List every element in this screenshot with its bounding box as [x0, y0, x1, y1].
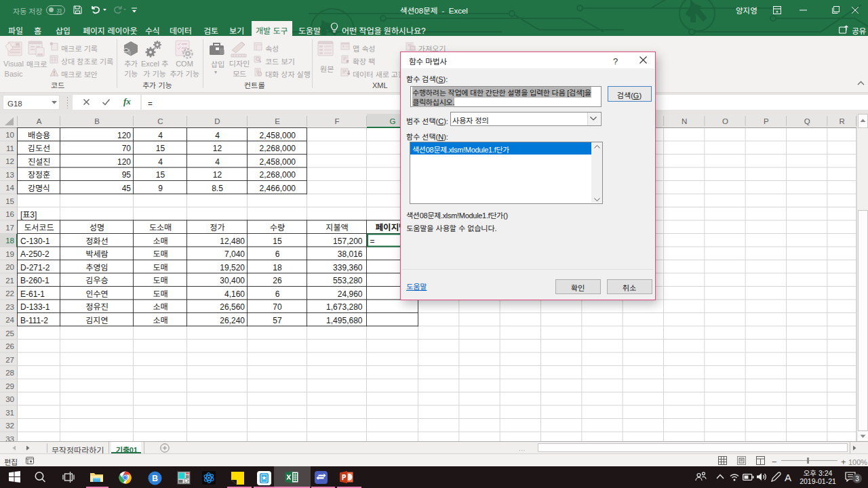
svg-text:20: 20: [5, 261, 14, 272]
svg-text:19,520: 19,520: [220, 261, 245, 272]
svg-text:25: 25: [5, 327, 14, 338]
svg-text:157,200: 157,200: [333, 235, 363, 246]
svg-text:4: 4: [158, 129, 163, 140]
svg-text:O: O: [722, 115, 728, 126]
svg-text:박세람: 박세람: [85, 247, 108, 259]
svg-text:10: 10: [5, 129, 14, 140]
svg-text:[표3]: [표3]: [20, 208, 37, 220]
svg-text:26,240: 26,240: [220, 314, 245, 325]
svg-text:정가: 정가: [210, 221, 224, 232]
svg-text:B: B: [94, 115, 100, 126]
svg-text:김지연: 김지연: [85, 314, 108, 325]
svg-text:정화선: 정화선: [85, 235, 108, 246]
svg-text:지불액: 지불액: [326, 221, 348, 232]
svg-text:진설진: 진설진: [28, 155, 50, 167]
svg-text:18: 18: [273, 261, 282, 272]
svg-text:19: 19: [5, 248, 14, 259]
svg-text:15: 15: [273, 235, 282, 246]
svg-text:4: 4: [215, 129, 220, 140]
svg-text:12: 12: [213, 142, 222, 153]
svg-text:45: 45: [122, 182, 132, 193]
svg-text:추영임: 추영임: [85, 261, 108, 272]
svg-text:A-250-2: A-250-2: [20, 247, 50, 259]
svg-text:12: 12: [5, 155, 14, 166]
svg-text:E-61-1: E-61-1: [20, 287, 45, 299]
svg-text:27: 27: [5, 354, 14, 365]
svg-text:339,360: 339,360: [333, 261, 363, 272]
svg-text:16: 16: [5, 208, 14, 219]
svg-text:N: N: [682, 115, 687, 126]
svg-text:장정훈: 장정훈: [28, 168, 50, 180]
svg-text:2,458,000: 2,458,000: [260, 129, 296, 140]
svg-text:수량: 수량: [270, 221, 285, 232]
svg-text:8.5: 8.5: [212, 182, 223, 193]
svg-text:P: P: [764, 115, 769, 126]
svg-text:강명식: 강명식: [28, 182, 50, 193]
svg-text:D: D: [214, 115, 220, 126]
svg-text:Q: Q: [804, 115, 810, 126]
svg-text:57: 57: [273, 314, 282, 325]
svg-text:소매: 소매: [153, 300, 167, 312]
svg-text:도매: 도매: [153, 274, 167, 285]
svg-text:6: 6: [275, 287, 280, 299]
svg-text:31: 31: [5, 407, 14, 418]
svg-text:7,040: 7,040: [224, 247, 245, 259]
svg-text:32: 32: [5, 420, 14, 430]
svg-text:4,160: 4,160: [224, 287, 245, 299]
svg-text:B-111-2: B-111-2: [20, 314, 48, 325]
svg-text:2,458,000: 2,458,000: [260, 155, 296, 167]
svg-text:1,673,280: 1,673,280: [326, 300, 363, 312]
svg-text:인수연: 인수연: [85, 287, 108, 299]
svg-text:B: B: [152, 474, 158, 483]
svg-text:6: 6: [275, 247, 280, 259]
svg-text:정유진: 정유진: [85, 300, 108, 312]
svg-text:24: 24: [5, 314, 14, 325]
svg-text:배승용: 배승용: [28, 129, 50, 140]
svg-text:11: 11: [6, 142, 14, 153]
svg-text:B-260-1: B-260-1: [20, 274, 50, 285]
svg-text:120: 120: [117, 155, 131, 167]
svg-text:2,268,000: 2,268,000: [260, 168, 296, 180]
svg-text:9: 9: [158, 182, 163, 193]
svg-text:26: 26: [273, 274, 282, 285]
svg-text:김우승: 김우승: [85, 274, 108, 285]
svg-text:E: E: [275, 115, 280, 126]
svg-text:A: A: [37, 115, 42, 126]
svg-text:24,960: 24,960: [338, 287, 363, 299]
svg-text:D-271-2: D-271-2: [20, 261, 50, 272]
svg-text:70: 70: [273, 300, 282, 312]
svg-text:28: 28: [5, 367, 14, 378]
svg-text:김도선: 김도선: [28, 142, 50, 153]
svg-text:30: 30: [5, 393, 14, 404]
svg-text:26: 26: [5, 340, 14, 351]
svg-text:14: 14: [5, 182, 14, 192]
svg-text:120: 120: [117, 129, 131, 140]
svg-text:4: 4: [158, 155, 163, 167]
svg-text:15: 15: [5, 195, 14, 206]
svg-text:38,016: 38,016: [338, 247, 363, 259]
svg-text:15: 15: [156, 168, 165, 180]
svg-text:553,280: 553,280: [333, 274, 363, 285]
svg-text:C-130-1: C-130-1: [20, 235, 50, 246]
svg-text:성명: 성명: [90, 221, 104, 232]
svg-text:2,268,000: 2,268,000: [260, 142, 296, 153]
svg-text:12,480: 12,480: [220, 235, 245, 246]
svg-text:1,495,680: 1,495,680: [326, 314, 363, 325]
svg-text:4: 4: [215, 155, 220, 167]
svg-text:도서코드: 도서코드: [24, 221, 54, 232]
svg-text:33: 33: [5, 433, 14, 442]
svg-text:26,560: 26,560: [220, 300, 245, 312]
svg-text:21: 21: [5, 274, 14, 285]
svg-text:도매: 도매: [153, 261, 167, 272]
svg-text:30,400: 30,400: [220, 274, 245, 285]
svg-text:18: 18: [5, 235, 14, 245]
svg-text:29: 29: [5, 380, 14, 391]
svg-text:F: F: [334, 115, 339, 126]
svg-text:D-133-1: D-133-1: [20, 300, 50, 312]
svg-text:소매: 소매: [153, 235, 167, 246]
svg-text:=: =: [370, 235, 375, 246]
svg-text:23: 23: [5, 301, 14, 312]
svg-text:도매: 도매: [153, 247, 167, 259]
svg-text:G: G: [390, 115, 396, 126]
svg-text:13: 13: [5, 169, 14, 180]
